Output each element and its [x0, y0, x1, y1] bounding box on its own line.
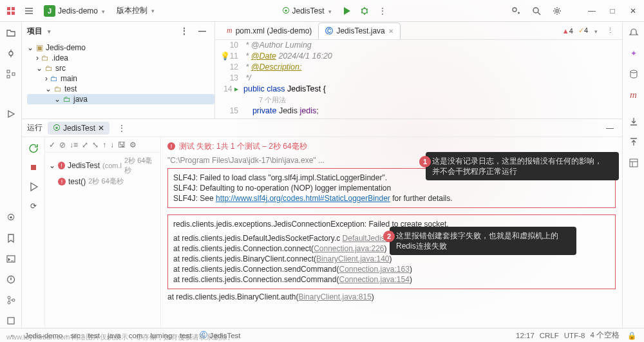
toggle-auto-icon[interactable]: ⟳ [26, 199, 41, 213]
console-output[interactable]: !测试 失败: 1共 1 个测试 – 2秒 64毫秒 "C:\Program F… [161, 137, 622, 328]
tab-jedistest[interactable]: ⒸJedisTest.java✕ [318, 23, 400, 39]
tree-node-idea[interactable]: ›🗀.idea [27, 53, 214, 63]
run-config-name: JedisTest [292, 6, 325, 15]
stack-link[interactable]: Connection.java:226 [314, 244, 384, 253]
bulb-icon[interactable]: 💡 [220, 52, 230, 61]
run-tool-icon[interactable] [4, 107, 18, 121]
tree-node-src[interactable]: ⌄🗀src [27, 63, 214, 73]
exception-box: redis.clients.jedis.exceptions.JedisConn… [167, 214, 616, 289]
vcs-tool-icon[interactable] [4, 293, 18, 307]
svg-rect-11 [12, 73, 15, 75]
export-icon[interactable]: 🖫 [118, 140, 126, 149]
stack-link[interactable]: Connection.java:154 [339, 275, 409, 284]
main-menu-icon[interactable] [22, 4, 36, 18]
stack-link[interactable]: Connection.java:163 [339, 265, 409, 274]
problems-tool-icon[interactable] [4, 272, 18, 287]
next-icon[interactable]: ↓ [110, 140, 114, 149]
fail-icon: ! [58, 162, 65, 169]
encoding[interactable]: UTF-8 [564, 332, 585, 339]
svg-rect-1 [12, 7, 15, 10]
usage-hint[interactable]: 7 个用法 [243, 95, 622, 106]
tree-node-main[interactable]: ›🗀main [27, 73, 214, 84]
build-tool-icon[interactable] [4, 314, 18, 328]
run-config-tab[interactable]: ⦿JedisTest✕ [48, 122, 109, 135]
run-hide-icon[interactable]: — [603, 121, 617, 135]
project-tool-icon[interactable] [4, 26, 18, 40]
more-actions-icon[interactable]: ⋮ [375, 4, 390, 18]
indent-info[interactable]: 4 个空格 [590, 330, 620, 340]
project-selector[interactable]: J Jedis-demo [40, 4, 109, 18]
svg-point-18 [630, 70, 637, 73]
fail-icon: ! [167, 142, 175, 150]
layout-icon[interactable] [627, 156, 641, 170]
sort-icon[interactable]: ↓≡ [70, 140, 78, 149]
prev-icon[interactable]: ↑ [102, 140, 106, 149]
test-name: JedisTest [68, 161, 100, 170]
tree-root[interactable]: ⌄▣Jedis-demo [27, 43, 214, 53]
vcs-menu[interactable]: 版本控制 [113, 4, 158, 17]
svg-rect-2 [7, 12, 10, 15]
slf4j-link[interactable]: http://www.slf4j.org/codes.html#StaticLo… [216, 194, 390, 203]
close-window-icon[interactable]: ✕ [626, 4, 640, 18]
close-run-tab-icon[interactable]: ✕ [98, 124, 104, 133]
test-ignore-filter-icon[interactable]: ⊘ [59, 140, 66, 149]
tree-label: test [64, 84, 77, 93]
collapse-icon[interactable]: ⤡ [92, 140, 99, 149]
svg-rect-9 [7, 70, 10, 73]
notifications-icon[interactable] [627, 26, 641, 40]
rerun-failed-icon[interactable] [26, 180, 41, 194]
run-gutter-icon[interactable]: ▸ [234, 84, 238, 93]
stack-link[interactable]: BinaryClient.java:815 [298, 292, 371, 301]
minimize-icon[interactable]: — [585, 4, 599, 18]
services-tool-icon[interactable]: ⦿ [4, 211, 18, 225]
tree-node-test[interactable]: ⌄🗀test [27, 84, 214, 94]
line-separator[interactable]: CRLF [540, 332, 559, 339]
test-pass-filter-icon[interactable]: ✓ [49, 140, 55, 149]
code-with-me-icon[interactable] [509, 4, 523, 18]
bookmarks-tool-icon[interactable] [4, 231, 18, 245]
tip-badge: 1 [419, 156, 431, 167]
stack-link[interactable]: BinaryClient.java:140 [316, 254, 389, 263]
code-body[interactable]: * @Author Luming * @Date 2024/4/1 16:20 … [243, 40, 622, 117]
tab-label: JedisTest.java [336, 26, 384, 35]
run-button[interactable] [339, 4, 354, 18]
tree-node-java[interactable]: ⌄🗀java [27, 94, 214, 104]
rerun-icon[interactable] [26, 141, 41, 155]
caret-position[interactable]: 12:17 [516, 332, 535, 339]
upload-icon[interactable] [627, 135, 641, 149]
close-tab-icon[interactable]: ✕ [388, 28, 393, 35]
expand-icon[interactable]: ⤢ [82, 140, 88, 149]
tab-pom[interactable]: mpom.xml (Jedis-demo) [220, 23, 318, 38]
maven-icon[interactable]: m [627, 88, 641, 102]
terminal-tool-icon[interactable] [4, 252, 18, 266]
settings-icon[interactable] [550, 4, 564, 18]
project-more-icon[interactable]: ⋮ [177, 24, 191, 38]
project-hide-icon[interactable]: — [195, 24, 209, 38]
search-icon[interactable] [529, 4, 544, 18]
database-icon[interactable] [627, 67, 641, 81]
run-config-selector[interactable]: ⦿ JedisTest [278, 5, 336, 17]
readonly-icon[interactable]: 🔒 [625, 328, 639, 343]
gutter: 10 💡11 12 13 14 ▸ 15 [215, 40, 243, 117]
project-name: Jedis-demo [58, 6, 98, 15]
app-menu-icon[interactable] [4, 4, 18, 18]
test-child[interactable]: ! test() 2秒 64毫秒 [49, 176, 156, 187]
structure-tool-icon[interactable] [4, 67, 18, 81]
download-icon[interactable] [627, 115, 641, 129]
tree-label: main [61, 74, 77, 83]
run-tabs-more-icon[interactable]: ⋮ [115, 121, 129, 135]
svg-point-7 [556, 10, 558, 12]
warning-count[interactable]: ✓4 [578, 26, 588, 35]
tree-label: src [55, 64, 66, 73]
ai-icon[interactable]: ✦ [627, 46, 641, 61]
svg-rect-19 [630, 159, 638, 167]
svg-rect-17 [8, 318, 14, 324]
test-root[interactable]: ⌄! JedisTest (com.l 2秒 64毫秒 [49, 155, 156, 176]
test-more-icon[interactable]: ⚙ [129, 140, 137, 149]
error-count[interactable]: ▲4 [562, 27, 573, 35]
debug-button[interactable] [357, 4, 372, 18]
editor-more-icon[interactable]: ⋮ [603, 24, 617, 38]
commit-tool-icon[interactable] [4, 46, 18, 61]
stop-icon[interactable] [26, 160, 41, 175]
maximize-icon[interactable]: □ [605, 4, 620, 18]
